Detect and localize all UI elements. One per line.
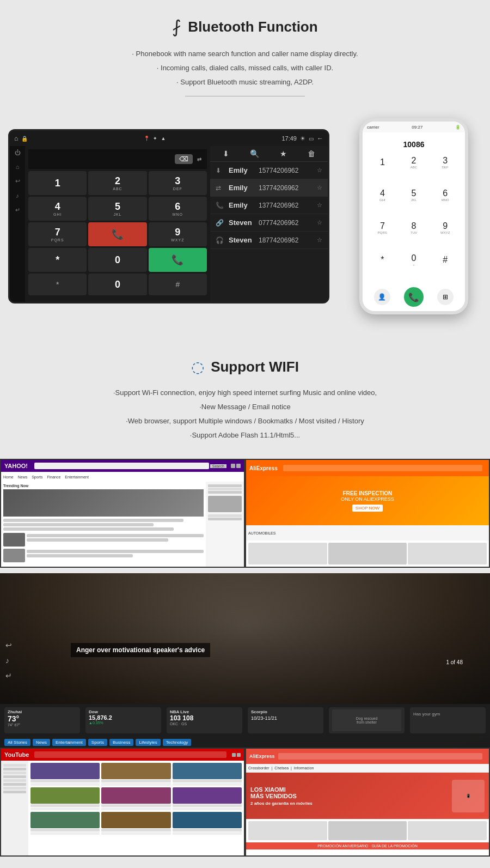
video-caption: Anger over motivational speaker's advice [71,643,210,657]
p-key-hash[interactable]: # [430,251,461,269]
ali2-product-2[interactable] [328,821,407,840]
wifi-title: Support WIFI [211,359,299,375]
p-key-0[interactable]: 0+ [399,251,430,269]
bluetooth-section: ⨏ Bluetooth Function · Phonebook with na… [0,0,490,107]
dial-key-1[interactable]: 1 [28,171,87,195]
bluetooth-status-icon: ✦ [153,136,157,141]
p-key-3[interactable]: 3DEF [430,153,461,172]
search-icon[interactable]: 🔍 [250,149,259,158]
contact-number-2: 13774206962 [259,202,317,209]
contact-row-4[interactable]: 🎧 Steven 18774206962 ☆ [210,232,328,249]
contact-star-0: ☆ [317,167,322,174]
dial-key-9[interactable]: 9WXYZ [149,222,207,246]
nav-video-icon[interactable]: ↵ [5,671,12,680]
ali2-product-1[interactable] [248,821,327,840]
contact-row-3[interactable]: 🔗 Steven 07774206962 ☆ [210,214,328,232]
yahoo-bar: YAHOO! Search [1,460,244,472]
p-key-1[interactable]: 1 [367,153,398,172]
dial-key-6[interactable]: 6MNO [149,197,207,221]
p-key-8[interactable]: 8TUV [399,218,430,237]
bluetooth-description: · Phonebook with name search function an… [33,47,457,89]
download-icon[interactable]: ⬇ [223,149,229,158]
dial-key-4[interactable]: 4GHI [28,197,87,221]
aliexpress-products [246,541,489,567]
p-key-4[interactable]: 4GHI [367,186,398,204]
ali2-product-3[interactable] [408,821,487,840]
backspace-button[interactable]: ⌫ [175,154,193,164]
contact-row-1[interactable]: ⇄ Emily 13774206962 ☆ [210,179,328,197]
p-key-9[interactable]: 9WXYZ [430,218,461,237]
back-video-icon[interactable]: ↩ [5,641,12,650]
contact-row-0[interactable]: ⬇ Emily 15774206962 ☆ [210,162,328,179]
aliexpress2-banner: LOS XIAOMIMÁS VENDIDOS2 años de garantia… [246,773,489,819]
contact-name-4: Steven [229,236,259,244]
wifi-feature-4: ·Support Adobe Flash 11.1/Html5... [33,428,457,442]
phone-call-button[interactable]: 📞 [404,287,424,307]
yt-video-6[interactable] [173,787,242,810]
yt-video-8[interactable] [101,812,170,835]
dial-key-2[interactable]: 2ABC [88,171,146,195]
yt-video-2[interactable] [101,763,170,786]
aliexpress-logo: AliExpress [249,465,278,471]
ticker-extra: Dog rescuedfrom shelter [329,707,405,733]
dialpad-grid: 1 2ABC 3DEF 4GHI 5JKL 6MNO 7PQRS 📞 9WXYZ… [28,171,207,272]
aliexpress2-screenshot: AliExpress Crossborder|Chelsea|Informaci… [245,748,490,857]
home-sidebar-icon[interactable]: ⌂ [16,163,20,170]
phone-image: carrier 09:27 🔋 10086 1 2ABC 3DEF 4GHI 5… [343,113,485,325]
nav-ticker-6[interactable]: Technology [163,739,191,746]
power-icon[interactable]: ⏻ [15,149,21,156]
p-key-6[interactable]: 6MNO [430,186,461,204]
battery-icon: ▭ [309,136,314,142]
contacts-toolbar: ⬇ 🔍 ★ 🗑 [210,146,328,162]
delete-icon[interactable]: 🗑 [308,149,315,158]
lock-icon: 🔒 [21,136,28,142]
star-icon[interactable]: ★ [280,149,287,158]
phone-time: 09:27 [412,125,422,130]
ticker-sub-3: OKC · GS [170,722,239,726]
dial-key-end[interactable]: 📞 [88,222,146,246]
nav-ticker-2[interactable]: Entertainment [52,739,86,746]
nav-ticker-0[interactable]: All Stories [4,739,30,746]
volume-video-icon[interactable]: ♪ [5,656,12,665]
back-sidebar-icon[interactable]: ↩ [15,178,20,185]
volume-icon[interactable]: ♪ [16,192,19,199]
contact-star-2: ☆ [317,202,322,209]
phone-mockup: carrier 09:27 🔋 10086 1 2ABC 3DEF 4GHI 5… [359,118,468,314]
ticker-city-4: Scorpio [251,709,320,714]
yt-video-3[interactable] [173,763,242,786]
nav-ticker-3[interactable]: Sports [88,739,107,746]
yt-video-1[interactable] [30,763,100,786]
dial-key-5[interactable]: 5JKL [88,197,146,221]
back-icon: ← [317,135,323,142]
yt-video-5[interactable] [101,787,170,810]
yt-video-9[interactable] [173,812,242,835]
status-bar: ⌂ 🔒 📍 ✦ ▲ 17:49 ☀ ▭ ← [10,131,328,146]
youtube-logo: YouTube [4,751,29,758]
ticker-value-2: ▲0.35% [89,721,158,725]
phone-grid-btn[interactable]: ⊞ [437,289,454,305]
nav-ticker-5[interactable]: Lifestyles [136,739,160,746]
dial-key-7[interactable]: 7PQRS [28,222,87,246]
nav-ticker-1[interactable]: News [33,739,50,746]
nav-icon[interactable]: ↵ [15,207,20,214]
contact-type-icon-4: 🎧 [216,236,224,244]
contact-row-2[interactable]: 📞 Emily 13774206962 ☆ [210,197,328,214]
yt-video-4[interactable] [30,787,100,810]
phone-battery-icon: 🔋 [455,125,461,130]
dial-key-star[interactable]: * [28,248,87,272]
dial-key-3[interactable]: 3DEF [149,171,207,195]
phone-contacts-btn[interactable]: 👤 [374,289,390,305]
phone-status-bar: carrier 09:27 🔋 [363,122,465,132]
yahoo-sidebar [206,482,244,567]
ticker-weather-row: Zhuhai 73° 74° 67° Dow 15,876.2 ▲0.35% N… [0,704,490,737]
dial-key-call[interactable]: 📞 [149,248,207,272]
video-sidebar: ↩ ♪ ↵ [5,641,12,680]
yt-video-7[interactable] [30,812,100,835]
ticker-gym: Has your gym [410,707,486,733]
p-key-star[interactable]: * [367,251,398,269]
nav-ticker-4[interactable]: Business [109,739,133,746]
p-key-7[interactable]: 7PQRS [367,218,398,237]
p-key-5[interactable]: 5JKL [399,186,430,204]
dial-key-0[interactable]: 0 [88,248,146,272]
p-key-2[interactable]: 2ABC [399,153,430,172]
